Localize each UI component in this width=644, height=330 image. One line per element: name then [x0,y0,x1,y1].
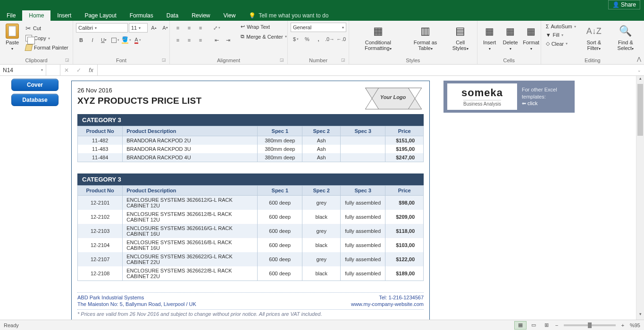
sort-icon: A↓Z [586,24,602,39]
expand-formula-bar-button[interactable]: ⌄ [635,65,644,75]
decrease-font-button[interactable]: A▾ [160,23,170,33]
tab-review[interactable]: Review [185,10,217,21]
increase-decimal-button[interactable]: .0→ [325,34,335,44]
dialog-launcher-icon[interactable]: ◲ [64,58,70,63]
cell: ENCLOSURE SYSTEMS 3626616/G-L RACK CABIN… [123,224,258,238]
borders-button[interactable] [110,35,120,45]
dialog-launcher-icon[interactable]: ◲ [340,58,346,63]
tab-file[interactable]: File [0,10,22,21]
cell: BRANDORA RACKPOD 4U [123,153,258,162]
col-header: Price [385,126,424,136]
underline-button[interactable]: U▾ [99,35,109,45]
insert-function-button[interactable]: fx [85,67,97,74]
worksheet-area[interactable]: Cover Database 26 Nov 2016 XYZ PRODUCTS … [0,76,636,320]
tab-data[interactable]: Data [160,10,185,21]
tab-view[interactable]: View [217,10,243,21]
format-cells-button[interactable]: ▦Format▾ [522,23,541,52]
database-button[interactable]: Database [11,94,59,106]
format-as-table-button[interactable]: ▥Format as Table▾ [406,23,445,52]
dialog-launcher-icon[interactable]: ◲ [161,58,167,63]
increase-font-button[interactable]: A▴ [149,23,159,33]
increase-indent-button[interactable]: ⇥ [223,35,233,45]
promo-click-link[interactable]: click [527,100,537,106]
align-bottom-button[interactable]: ≡ [195,23,206,33]
share-button[interactable]: 👤 Share [608,0,640,9]
enter-formula-button[interactable]: ✓ [73,67,85,74]
accounting-format-button[interactable]: $ [291,34,301,44]
insert-icon: ▦ [482,24,497,39]
doc-date: 26 Nov 2016 [77,87,201,94]
tab-page-layout[interactable]: Page Layout [78,10,123,21]
decrease-decimal-button[interactable]: ←.0 [336,34,346,44]
ribbon: Paste▾ ✂Cut Copy ▾ Format Painter Clipbo… [0,21,644,65]
someka-promo[interactable]: someka Business Analysis For other Excel… [443,81,575,113]
col-header: Product No [78,126,123,136]
cell: fully assembled [341,196,385,210]
zoom-slider[interactable] [564,324,616,326]
view-page-layout-button[interactable]: ▭ [527,321,540,330]
align-middle-button[interactable]: ≡ [184,23,194,33]
name-box-expand[interactable] [46,65,60,75]
scroll-down-button[interactable]: ▾ [636,312,644,320]
format-painter-button[interactable]: Format Painter [24,43,70,52]
zoom-level[interactable]: %95 [630,322,640,328]
cancel-formula-button[interactable]: ✕ [60,67,73,74]
comma-button[interactable]: , [313,34,324,44]
find-select-button[interactable]: 🔍Find & Select▾ [610,23,641,52]
lightbulb-icon: 💡 [249,12,256,19]
conditional-formatting-button[interactable]: ▦Conditional Formatting▾ [352,23,404,52]
cell: grey [302,252,341,266]
cover-button[interactable]: Cover [11,79,59,91]
view-normal-button[interactable]: ▦ [514,321,527,330]
dialog-launcher-icon[interactable]: ◲ [279,58,284,63]
tab-insert[interactable]: Insert [50,10,78,21]
name-box[interactable]: N14▾ [0,65,46,75]
zoom-in-button[interactable]: + [619,322,626,328]
collapse-ribbon-button[interactable]: ⋀ [637,56,641,62]
formula-input[interactable] [98,65,635,75]
merge-center-button[interactable]: ⧉Merge & Center ▾ [239,33,289,41]
zoom-out-button[interactable]: − [553,322,560,328]
fill-color-button[interactable]: 🪣 [121,35,132,45]
cut-button[interactable]: ✂Cut [24,24,70,33]
vertical-scrollbar[interactable]: ▴ ▾ [636,76,644,320]
copy-button[interactable]: Copy ▾ [24,34,70,42]
view-page-break-button[interactable]: ⊞ [541,321,553,330]
bold-button[interactable]: B [76,35,86,45]
scroll-thumb[interactable] [637,84,643,136]
decrease-indent-button[interactable]: ⇤ [211,35,222,45]
insert-cells-button[interactable]: ▦Insert▾ [480,23,499,52]
clear-button[interactable]: ◇Clear ▾ [544,40,578,48]
cell [341,145,385,153]
italic-button[interactable]: I [87,35,98,45]
cell-styles-button[interactable]: ▤Cell Styles▾ [447,23,474,52]
font-size-combo[interactable]: 11▾ [129,23,148,33]
number-format-combo[interactable]: General▾ [291,23,346,32]
tab-home[interactable]: Home [22,10,50,21]
bucket-icon: 🪣 [122,36,128,44]
share-label: Share [621,1,636,8]
percent-button[interactable]: % [302,34,312,44]
orientation-button[interactable]: ⤢ [211,23,222,33]
tab-formulas[interactable]: Formulas [123,10,160,21]
cell: BRANDORA RACKPOD 2U [123,136,258,145]
tell-me-search[interactable]: 💡Tell me what you want to do [242,10,335,21]
delete-cells-button[interactable]: ▦Delete▾ [501,23,520,52]
doc-footer: ABD Park Industrial SystemsTel: 1-216-12… [77,292,424,317]
font-name-combo[interactable]: Calibri▾ [76,23,128,33]
cell: 12-2101 [78,196,123,210]
font-color-button[interactable]: A [133,35,143,45]
align-left-button[interactable]: ≡ [173,35,183,45]
align-right-button[interactable]: ≡ [195,35,206,45]
scroll-up-button[interactable]: ▴ [636,76,644,84]
cell: grey [302,196,341,210]
align-center-button[interactable]: ≡ [184,35,194,45]
autosum-button[interactable]: ΣAutoSum ▾ [544,23,578,30]
align-top-button[interactable]: ≡ [173,23,183,33]
cell: Ash [302,145,341,153]
wrap-text-button[interactable]: ↩Wrap Text [239,23,289,31]
paste-button[interactable]: Paste▾ [3,23,22,52]
paste-icon [6,24,19,39]
sort-filter-button[interactable]: A↓ZSort & Filter▾ [580,23,608,52]
fill-button[interactable]: ▼Fill ▾ [544,31,578,39]
